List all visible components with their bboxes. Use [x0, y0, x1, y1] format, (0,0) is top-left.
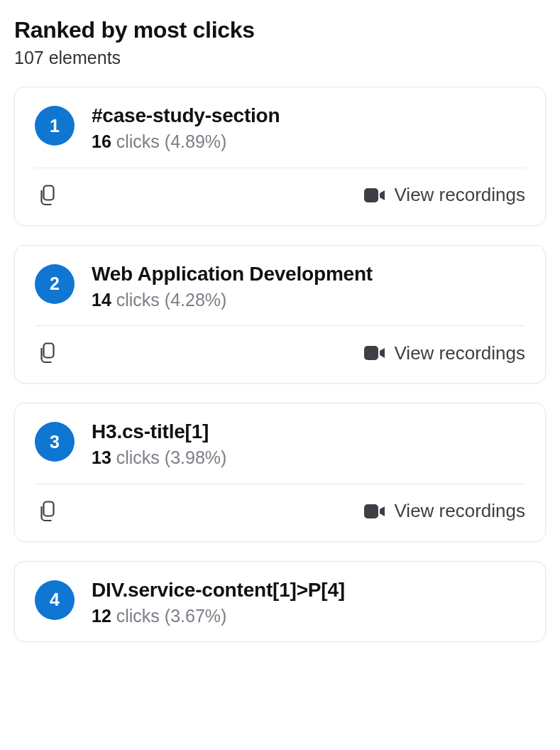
ranked-item-title: H3.cs-title[1] [92, 420, 525, 443]
click-count: 13 [92, 447, 111, 467]
ranked-item-info: H3.cs-title[1] 13 clicks (3.98%) [92, 420, 525, 469]
rank-badge: 3 [35, 422, 75, 462]
click-count: 12 [92, 606, 111, 626]
view-recordings-button[interactable]: View recordings [364, 500, 525, 522]
rank-badge: 2 [35, 264, 75, 304]
copy-button[interactable] [35, 499, 60, 524]
view-recordings-button[interactable]: View recordings [364, 184, 525, 206]
svg-rect-4 [44, 501, 54, 516]
copy-button[interactable] [35, 183, 60, 208]
video-icon [364, 188, 385, 203]
card-left-actions [35, 499, 60, 524]
ranked-item-card: 2 Web Application Development 14 clicks … [14, 245, 546, 384]
ranked-item-stats: 13 clicks (3.98%) [92, 446, 525, 469]
ranked-item-stats: 16 clicks (4.89%) [92, 130, 525, 153]
page-subtitle: 107 elements [14, 48, 546, 68]
ranked-item-card: 3 H3.cs-title[1] 13 clicks (3.98%) [14, 403, 546, 542]
ranked-item-title: #case-study-section [92, 104, 525, 127]
view-recordings-button[interactable]: View recordings [364, 342, 525, 364]
ranked-item-stats: 14 clicks (4.28%) [92, 288, 525, 312]
rank-badge: 1 [35, 106, 75, 146]
copy-icon [38, 342, 57, 364]
click-label: clicks [116, 606, 160, 626]
ranked-item-header: 4 DIV.service-content[1]>P[4] 12 clicks … [15, 562, 545, 642]
ranked-item-card: 4 DIV.service-content[1]>P[4] 12 clicks … [14, 561, 546, 643]
svg-rect-2 [44, 344, 54, 358]
card-actions: View recordings [15, 326, 545, 383]
svg-rect-0 [44, 185, 54, 200]
svg-rect-5 [364, 504, 378, 518]
ranked-item-stats: 12 clicks (3.67%) [92, 604, 525, 628]
click-count: 14 [92, 290, 111, 310]
svg-rect-1 [364, 188, 378, 202]
click-percentage: (3.67%) [165, 606, 227, 626]
copy-icon [38, 501, 57, 522]
click-label: clicks [116, 290, 160, 310]
click-label: clicks [116, 447, 160, 467]
ranked-item-card: 1 #case-study-section 16 clicks (4.89%) [14, 87, 546, 226]
ranked-item-header: 3 H3.cs-title[1] 13 clicks (3.98%) [15, 403, 545, 484]
click-percentage: (4.28%) [165, 290, 227, 310]
card-left-actions [35, 340, 60, 366]
click-count: 16 [92, 131, 111, 151]
copy-button[interactable] [35, 340, 60, 366]
ranked-item-title: Web Application Development [92, 263, 525, 286]
view-recordings-label: View recordings [394, 184, 525, 206]
card-left-actions [35, 183, 60, 208]
click-label: clicks [116, 131, 160, 151]
card-actions: View recordings [15, 484, 545, 541]
ranked-item-info: DIV.service-content[1]>P[4] 12 clicks (3… [92, 579, 525, 628]
rank-badge: 4 [35, 580, 75, 620]
video-icon [364, 504, 385, 519]
click-percentage: (3.98%) [165, 447, 227, 467]
ranked-item-info: #case-study-section 16 clicks (4.89%) [92, 104, 525, 153]
copy-icon [38, 185, 57, 206]
card-actions: View recordings [15, 168, 545, 225]
ranked-item-header: 2 Web Application Development 14 clicks … [15, 246, 545, 326]
page-title: Ranked by most clicks [14, 17, 546, 43]
page-header: Ranked by most clicks 107 elements [14, 17, 546, 68]
ranked-item-info: Web Application Development 14 clicks (4… [92, 263, 525, 312]
video-icon [364, 345, 385, 361]
ranked-item-header: 1 #case-study-section 16 clicks (4.89%) [15, 87, 545, 168]
ranked-item-title: DIV.service-content[1]>P[4] [92, 579, 525, 602]
svg-rect-3 [364, 346, 378, 360]
view-recordings-label: View recordings [394, 500, 525, 522]
view-recordings-label: View recordings [394, 342, 525, 364]
click-percentage: (4.89%) [165, 131, 227, 151]
